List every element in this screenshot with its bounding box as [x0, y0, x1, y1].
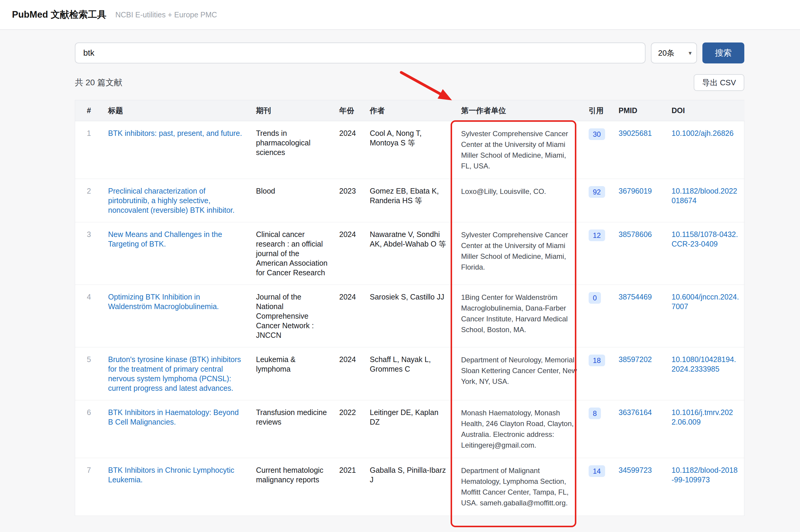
- doi-link[interactable]: 10.1080/10428194.2024.2333985: [672, 355, 736, 373]
- journal-cell: Transfusion medicine reviews: [250, 400, 334, 458]
- doi-link[interactable]: 10.6004/jnccn.2024.7007: [672, 292, 739, 310]
- row-index: 6: [75, 400, 103, 458]
- authors-cell: Gomez EB, Ebata K, Randeria HS 等: [365, 179, 456, 222]
- doi-cell: 10.6004/jnccn.2024.7007: [666, 285, 745, 347]
- column-header-pmid: PMID: [613, 100, 666, 121]
- journal-cell: Clinical cancer research : an official j…: [250, 222, 334, 285]
- export-csv-button[interactable]: 导出 CSV: [694, 74, 744, 91]
- article-title-link[interactable]: Bruton's tyrosine kinase (BTK) inhibitor…: [108, 355, 241, 392]
- doi-cell: 10.1002/ajh.26826: [666, 121, 745, 179]
- journal-cell: Journal of the National Comprehensive Ca…: [250, 285, 334, 347]
- affiliation-cell: Monash Haematology, Monash Health, 246 C…: [456, 400, 583, 458]
- title-cell: BTK inhibitors: past, present, and futur…: [103, 121, 250, 179]
- table-row: 3 New Means and Challenges in the Target…: [75, 222, 745, 285]
- citations-cell: 12: [583, 222, 613, 285]
- citation-count-badge: 18: [589, 355, 605, 366]
- affiliation-cell: Department of Neurology, Memorial Sloan …: [456, 347, 583, 400]
- table-header-row: # 标题 期刊 年份 作者 第一作者单位 引用 PMID DOI: [75, 100, 745, 121]
- doi-link[interactable]: 10.1016/j.tmrv.2022.06.009: [672, 408, 733, 426]
- pmid-link[interactable]: 38597202: [618, 355, 652, 363]
- article-title-link[interactable]: BTK Inhibitors in Chronic Lymphocytic Le…: [108, 466, 234, 484]
- results-table: # 标题 期刊 年份 作者 第一作者单位 引用 PMID DOI 1 BTK i…: [75, 100, 744, 516]
- search-button[interactable]: 搜索: [702, 42, 744, 63]
- journal-cell: Leukemia & lymphoma: [250, 347, 334, 400]
- page-size-value: 20条: [658, 48, 674, 58]
- citations-cell: 0: [583, 285, 613, 347]
- pmid-link[interactable]: 36376164: [618, 408, 652, 417]
- journal-cell: Blood: [250, 179, 334, 222]
- citations-cell: 18: [583, 347, 613, 400]
- search-bar: 20条 ▾ 搜索: [75, 42, 744, 63]
- page-title: PubMed 文献检索工具: [12, 8, 106, 21]
- doi-cell: 10.1080/10428194.2024.2333985: [666, 347, 745, 400]
- pmid-link[interactable]: 36796019: [618, 187, 652, 195]
- citation-count-badge: 0: [589, 292, 601, 304]
- doi-link[interactable]: 10.1182/blood-2018-99-109973: [672, 466, 738, 484]
- chevron-down-icon: ▾: [689, 50, 692, 57]
- column-header-journal: 期刊: [250, 100, 334, 121]
- pmid-link[interactable]: 34599723: [618, 466, 652, 474]
- doi-cell: 10.1016/j.tmrv.2022.06.009: [666, 400, 745, 458]
- pmid-cell: 38597202: [613, 347, 666, 400]
- title-cell: New Means and Challenges in the Targetin…: [103, 222, 250, 285]
- pmid-cell: 39025681: [613, 121, 666, 179]
- pmid-link[interactable]: 38754469: [618, 292, 652, 301]
- citation-count-badge: 14: [589, 465, 605, 477]
- affiliation-cell: Sylvester Comprehensive Cancer Center at…: [456, 121, 583, 179]
- authors-cell: Leitinger DE, Kaplan DZ: [365, 400, 456, 458]
- citations-cell: 30: [583, 121, 613, 179]
- title-cell: Optimizing BTK Inhibition in Waldenström…: [103, 285, 250, 347]
- column-header-index: #: [75, 100, 103, 121]
- year-cell: 2023: [334, 179, 365, 222]
- row-index: 5: [75, 347, 103, 400]
- column-header-title: 标题: [103, 100, 250, 121]
- pmid-cell: 36376164: [613, 400, 666, 458]
- results-toolbar: 共 20 篇文献 导出 CSV: [75, 74, 744, 91]
- doi-link[interactable]: 10.1182/blood.2022018674: [672, 187, 737, 205]
- pmid-link[interactable]: 38578606: [618, 230, 652, 239]
- main-content: 20条 ▾ 搜索 共 20 篇文献 导出 CSV # 标题 期刊 年份 作者 第…: [75, 30, 744, 516]
- article-title-link[interactable]: Optimizing BTK Inhibition in Waldenström…: [108, 292, 219, 310]
- affiliation-cell: Department of Malignant Hematology, Lymp…: [456, 458, 583, 516]
- pmid-link[interactable]: 39025681: [618, 129, 652, 137]
- table-row: 1 BTK inhibitors: past, present, and fut…: [75, 121, 745, 179]
- row-index: 4: [75, 285, 103, 347]
- pmid-cell: 38578606: [613, 222, 666, 285]
- doi-cell: 10.1182/blood-2018-99-109973: [666, 458, 745, 516]
- table-row: 7 BTK Inhibitors in Chronic Lymphocytic …: [75, 458, 745, 516]
- article-title-link[interactable]: New Means and Challenges in the Targetin…: [108, 230, 222, 248]
- row-index: 2: [75, 179, 103, 222]
- row-index: 7: [75, 458, 103, 516]
- doi-link[interactable]: 10.1002/ajh.26826: [672, 129, 733, 137]
- year-cell: 2024: [334, 347, 365, 400]
- doi-cell: 10.1182/blood.2022018674: [666, 179, 745, 222]
- citations-cell: 92: [583, 179, 613, 222]
- title-cell: BTK Inhibitors in Chronic Lymphocytic Le…: [103, 458, 250, 516]
- table-row: 5 Bruton's tyrosine kinase (BTK) inhibit…: [75, 347, 745, 400]
- citation-count-badge: 92: [589, 186, 605, 198]
- year-cell: 2022: [334, 400, 365, 458]
- year-cell: 2024: [334, 121, 365, 179]
- article-title-link[interactable]: BTK inhibitors: past, present, and futur…: [108, 129, 242, 137]
- doi-link[interactable]: 10.1158/1078-0432.CCR-23-0409: [672, 230, 738, 248]
- citations-cell: 8: [583, 400, 613, 458]
- authors-cell: Gaballa S, Pinilla-Ibarz J: [365, 458, 456, 516]
- article-title-link[interactable]: BTK Inhibitors in Haematology: Beyond B …: [108, 408, 239, 426]
- year-cell: 2021: [334, 458, 365, 516]
- search-input[interactable]: [75, 42, 646, 63]
- page-size-select[interactable]: 20条 ▾: [651, 42, 697, 63]
- column-header-doi: DOI: [666, 100, 745, 121]
- authors-cell: Cool A, Nong T, Montoya S 等: [365, 121, 456, 179]
- authors-cell: Nawaratne V, Sondhi AK, Abdel-Wahab O 等: [365, 222, 456, 285]
- table-row: 6 BTK Inhibitors in Haematology: Beyond …: [75, 400, 745, 458]
- row-index: 3: [75, 222, 103, 285]
- article-title-link[interactable]: Preclinical characterization of pirtobru…: [108, 187, 235, 214]
- column-header-year: 年份: [334, 100, 365, 121]
- citation-count-badge: 8: [589, 407, 601, 419]
- authors-cell: Sarosiek S, Castillo JJ: [365, 285, 456, 347]
- pmid-cell: 38754469: [613, 285, 666, 347]
- title-cell: Bruton's tyrosine kinase (BTK) inhibitor…: [103, 347, 250, 400]
- table-row: 4 Optimizing BTK Inhibition in Waldenstr…: [75, 285, 745, 347]
- affiliation-cell: Loxo@Lilly, Louisville, CO.: [456, 179, 583, 222]
- title-cell: Preclinical characterization of pirtobru…: [103, 179, 250, 222]
